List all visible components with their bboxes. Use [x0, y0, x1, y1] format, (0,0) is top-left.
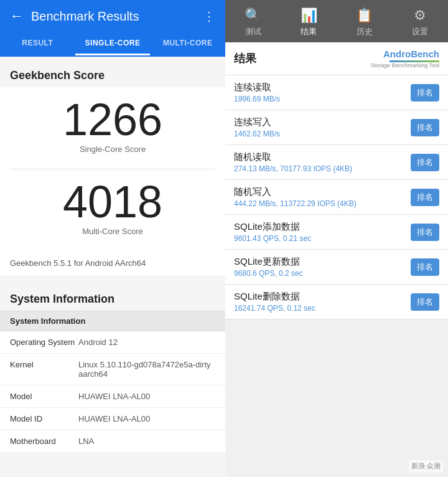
left-content: Geekbench Score 1266 Single-Core Score 4…: [0, 57, 225, 477]
row-key-modelid: Model ID: [10, 414, 78, 423]
right-nav: 🔍 测试 📊 结果 📋 历史 ⚙ 设置: [225, 0, 448, 42]
bench-item-info: SQLite删除数据 16241.74 QPS, 0.12 sec: [234, 291, 411, 313]
bench-item-info: 连续写入 1462.62 MB/s: [234, 116, 411, 138]
right-panel: 🔍 测试 📊 结果 📋 历史 ⚙ 设置 结果 AndroBench Storag…: [225, 0, 448, 477]
nav-label-test: 测试: [245, 26, 261, 37]
system-info-section: System Information System Information Op…: [0, 283, 225, 453]
table-row: Model HUAWEI LNA-AL00: [0, 385, 225, 408]
system-info-table: System Information Operating System Andr…: [0, 311, 225, 453]
scores-wrapper: 1266 Single-Core Score 4018 Multi-Core S…: [0, 87, 225, 275]
brand-name: AndroBench: [383, 49, 439, 59]
bench-item-info: 随机写入 444.22 MB/s, 113722.29 IOPS (4KB): [234, 186, 411, 208]
rank-button[interactable]: 排名: [411, 258, 439, 276]
tab-multi-core[interactable]: MULTI-CORE: [150, 32, 225, 55]
bench-item-name: SQLite删除数据: [234, 291, 411, 303]
multi-core-label: Multi-Core Score: [10, 227, 215, 236]
table-row: Model ID HUAWEI LNA-AL00: [0, 408, 225, 430]
row-key-model: Model: [10, 392, 78, 401]
bench-item-val: 9601.43 QPS, 0.21 sec: [234, 234, 411, 243]
brand-sub: Storage Benchmarking Tool: [371, 62, 439, 68]
nav-item-test[interactable]: 🔍 测试: [225, 4, 281, 42]
nav-label-settings: 设置: [412, 26, 428, 37]
system-info-header-row: System Information: [0, 311, 225, 331]
row-key-os: Operating System: [10, 338, 78, 347]
list-item: SQLite添加数据 9601.43 QPS, 0.21 sec 排名: [225, 215, 448, 250]
bench-item-name: 随机读取: [234, 151, 411, 163]
nav-label-history: 历史: [357, 26, 373, 37]
row-key-motherboard: Motherboard: [10, 437, 78, 446]
bench-item-name: SQLite添加数据: [234, 221, 411, 233]
nav-label-results: 结果: [301, 26, 317, 37]
list-item: 连续写入 1462.62 MB/s 排名: [225, 110, 448, 145]
page-title: Benchmark Results: [31, 9, 195, 24]
rank-button[interactable]: 排名: [411, 119, 439, 136]
bench-item-name: 连续写入: [234, 116, 411, 128]
row-val-kernel: Linux 5.10.110-gd078a7472e5a-dirty aarch…: [78, 360, 215, 379]
nav-item-settings[interactable]: ⚙ 设置: [393, 4, 449, 42]
search-icon: 🔍: [245, 7, 261, 24]
nav-item-history[interactable]: 📋 历史: [337, 4, 393, 42]
left-panel: ← Benchmark Results ⋮ RESULT SINGLE-CORE…: [0, 0, 225, 477]
list-item: SQLite更新数据 9680.6 QPS, 0.2 sec 排名: [225, 250, 448, 285]
geekbench-info-text: Geekbench 5.5.1 for Android AArch64: [0, 251, 225, 275]
single-core-score: 1266: [10, 97, 215, 142]
table-row: Kernel Linux 5.10.110-gd078a7472e5a-dirt…: [0, 354, 225, 385]
table-row: Operating System Android 12: [0, 331, 225, 354]
right-header-title: 结果: [234, 51, 256, 66]
row-val-os: Android 12: [78, 338, 215, 347]
bench-item-val: 274.13 MB/s, 70177.93 IOPS (4KB): [234, 164, 411, 173]
multi-core-score: 4018: [10, 179, 215, 224]
table-row: Motherboard LNA: [0, 430, 225, 453]
rank-button[interactable]: 排名: [411, 224, 439, 241]
bench-item-name: 随机写入: [234, 186, 411, 198]
history-icon: 📋: [356, 7, 373, 24]
multi-core-block: 4018 Multi-Core Score: [0, 169, 225, 246]
rank-button[interactable]: 排名: [411, 154, 439, 171]
brand-name-part1: Andro: [383, 49, 411, 59]
chart-icon: 📊: [301, 7, 317, 24]
bench-item-info: SQLite更新数据 9680.6 QPS, 0.2 sec: [234, 256, 411, 278]
back-icon[interactable]: ←: [10, 8, 24, 24]
row-val-modelid: HUAWEI LNA-AL00: [78, 414, 215, 423]
bench-item-info: SQLite添加数据 9601.43 QPS, 0.21 sec: [234, 221, 411, 243]
single-core-block: 1266 Single-Core Score: [0, 87, 225, 164]
rank-button[interactable]: 排名: [411, 84, 439, 102]
list-item: SQLite删除数据 16241.74 QPS, 0.12 sec 排名: [225, 285, 448, 319]
rank-button[interactable]: 排名: [411, 293, 439, 311]
bench-item-name: 连续读取: [234, 82, 411, 93]
more-icon[interactable]: ⋮: [203, 9, 215, 24]
bench-item-info: 连续读取 1996.69 MB/s: [234, 82, 411, 103]
right-header: 结果 AndroBench Storage Benchmarking Tool: [225, 42, 448, 75]
tab-result[interactable]: RESULT: [0, 32, 75, 55]
list-item: 随机读取 274.13 MB/s, 70177.93 IOPS (4KB) 排名: [225, 145, 448, 180]
row-key-kernel: Kernel: [10, 360, 78, 379]
brand-name-part2: Bench: [411, 49, 439, 59]
tab-bar: RESULT SINGLE-CORE MULTI-CORE: [0, 32, 225, 57]
tab-single-core[interactable]: SINGLE-CORE: [75, 32, 151, 55]
bench-item-val: 1462.62 MB/s: [234, 130, 411, 138]
single-core-label: Single-Core Score: [10, 144, 215, 154]
bench-item-val: 1996.69 MB/s: [234, 95, 411, 103]
list-item: 连续读取 1996.69 MB/s 排名: [225, 75, 448, 110]
nav-item-results[interactable]: 📊 结果: [281, 4, 337, 42]
bench-item-info: 随机读取 274.13 MB/s, 70177.93 IOPS (4KB): [234, 151, 411, 173]
list-item: 随机写入 444.22 MB/s, 113722.29 IOPS (4KB) 排…: [225, 180, 448, 215]
bench-item-val: 16241.74 QPS, 0.12 sec: [234, 304, 411, 313]
brand-logo: AndroBench Storage Benchmarking Tool: [371, 49, 439, 68]
bench-items-list: 连续读取 1996.69 MB/s 排名 连续写入 1462.62 MB/s 排…: [225, 75, 448, 477]
gear-icon: ⚙: [414, 7, 426, 24]
geekbench-section-title: Geekbench Score: [0, 57, 225, 87]
system-info-title: System Information: [0, 283, 225, 311]
app-header: ← Benchmark Results ⋮: [0, 0, 225, 32]
row-val-model: HUAWEI LNA-AL00: [78, 392, 215, 401]
bench-item-name: SQLite更新数据: [234, 256, 411, 268]
row-val-motherboard: LNA: [78, 437, 215, 446]
bench-item-val: 9680.6 QPS, 0.2 sec: [234, 269, 411, 278]
bench-item-val: 444.22 MB/s, 113722.29 IOPS (4KB): [234, 199, 411, 208]
rank-button[interactable]: 排名: [411, 189, 439, 206]
